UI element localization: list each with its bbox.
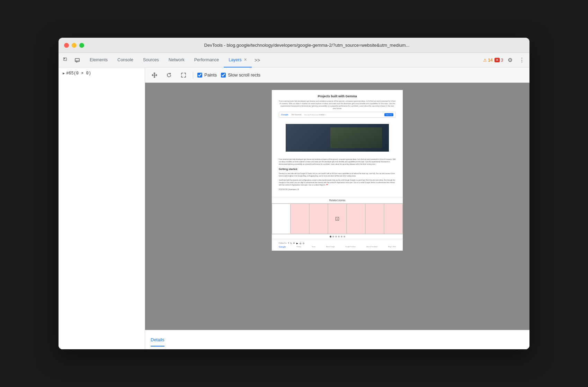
scroll-rect-6 [384, 204, 403, 234]
scroll-rects-row: ▸ [272, 203, 403, 234]
page-preview: Projects built with Gemma From external … [271, 90, 403, 251]
scroll-rect-1 [291, 204, 309, 234]
maximize-button[interactable] [79, 43, 84, 48]
keyword-label: The Keyword [291, 114, 301, 116]
scroll-rect-5 [365, 204, 384, 234]
fit-tool-button[interactable] [178, 70, 189, 80]
social-icon-2[interactable]: 𝕏 [290, 242, 292, 244]
body-text-2: Gemma is a new take with the Google AI S… [279, 173, 396, 178]
window-title: DevTools - blog.google/technology/develo… [90, 43, 524, 48]
tab-layers[interactable]: Layers ✕ [224, 53, 252, 68]
body-text-3: JavaScript build frameworks and configur… [279, 179, 396, 186]
footer-blog-link[interactable]: Blog © 2024 [388, 246, 396, 248]
footer-links: Google Privacy Terms About Google Google… [279, 246, 396, 248]
traffic-lights [64, 43, 84, 48]
page-heading: Projects built with Gemma [279, 94, 396, 99]
dot-1[interactable] [332, 236, 334, 237]
slow-scroll-checkbox-label[interactable]: Slow scroll rects [221, 72, 260, 78]
element-arrow: ▶ [63, 71, 65, 75]
footer-privacy[interactable]: Privacy [296, 246, 301, 248]
dot-4[interactable] [341, 236, 342, 237]
tab-icon-group [61, 55, 82, 65]
tab-elements[interactable]: Elements [85, 53, 113, 68]
google-logo: Google [281, 113, 288, 116]
error-badge[interactable]: ✕ 3 [495, 58, 503, 63]
dot-0[interactable] [330, 236, 331, 237]
svg-rect-0 [64, 58, 66, 61]
subscribe-button[interactable]: Subscribe [384, 113, 393, 117]
layers-toolbar: Paints Slow scroll rects [145, 68, 529, 83]
footer-help[interactable]: Ideas & Feedback [366, 246, 377, 248]
social-icon-5[interactable]: ◎ [300, 242, 301, 244]
google-keyword-bar: Google The Keyword Overview Product area… [279, 112, 396, 118]
error-icon: ✕ [495, 58, 500, 62]
scroll-rect-2 [309, 204, 328, 234]
close-button[interactable] [64, 43, 69, 48]
rotate-tool-button[interactable] [164, 70, 174, 80]
element-item[interactable]: ▶ #65(0 × 0) [61, 70, 142, 76]
layers-canvas[interactable]: Projects built with Gemma From external … [145, 83, 529, 330]
google-bar-left: Google The Keyword Overview Product area… [281, 113, 326, 116]
nav-items: Overview Product area GEMMA 2 v [304, 114, 326, 116]
dots-pagination [272, 234, 403, 239]
tab-bar: Elements Console Sources Network Perform… [59, 53, 529, 68]
settings-button[interactable]: ⚙ [505, 55, 515, 65]
page-body-content: From external tools help developers get … [272, 154, 403, 197]
social-icon-6[interactable]: ⊙ [303, 242, 304, 244]
tab-close-icon[interactable]: ✕ [244, 57, 247, 62]
element-tree-panel: ▶ #65(0 × 0) [59, 68, 145, 349]
scroll-rect-4 [347, 204, 365, 234]
move-tool-button[interactable] [149, 70, 160, 80]
tab-performance[interactable]: Performance [189, 53, 224, 68]
social-icon-3[interactable]: in [293, 242, 295, 244]
warning-badge[interactable]: ⚠ 14 [483, 58, 492, 63]
warning-icon: ⚠ [483, 58, 487, 63]
footer-label: Follow Us: [279, 242, 287, 244]
page-subtext: From external tools help developers get … [279, 100, 396, 110]
footer-terms[interactable]: Terms [312, 246, 315, 248]
tabbar-right: ⚠ 14 ✕ 3 ⚙ ⋮ [483, 55, 527, 65]
minimize-button[interactable] [72, 43, 77, 48]
devtools-window: DevTools - blog.google/technology/develo… [59, 38, 529, 349]
video-thumbnail: ▶ [286, 124, 389, 152]
paints-checkbox-label[interactable]: Paints [197, 72, 217, 78]
social-icon-4[interactable]: ▶ [296, 242, 298, 244]
tab-network[interactable]: Network [164, 53, 189, 68]
social-icon-1[interactable]: f [288, 242, 289, 244]
layers-panel: Paints Slow scroll rects Projects built … [145, 68, 529, 349]
footer-social-icons: Follow Us: f 𝕏 in ▶ ◎ ⊙ [279, 242, 396, 244]
titlebar: DevTools - blog.google/technology/develo… [59, 38, 529, 53]
device-toolbar-icon[interactable] [72, 55, 82, 65]
devtools-panel: Elements Console Sources Network Perform… [59, 53, 529, 349]
inspect-icon[interactable] [61, 55, 71, 65]
getting-started-heading: Getting started [279, 168, 396, 171]
paints-checkbox[interactable] [197, 73, 202, 78]
related-stories-label: Related stories [272, 197, 403, 203]
main-area: ▶ #65(0 × 0) [59, 68, 529, 349]
slow-scroll-checkbox[interactable] [221, 73, 226, 78]
posted-by: POSTED BY: Developers | AI [279, 189, 396, 191]
page-top-section: Projects built with Gemma From external … [272, 90, 403, 124]
video-person-silhouette [330, 127, 382, 148]
more-options-button[interactable]: ⋮ [517, 55, 527, 65]
page-footer: Follow Us: f 𝕏 in ▶ ◎ ⊙ Google Privacy [272, 239, 403, 251]
tab-console[interactable]: Console [113, 53, 138, 68]
toolbar-separator [193, 72, 193, 79]
details-panel: Details [145, 330, 529, 349]
tab-sources[interactable]: Sources [138, 53, 164, 68]
footer-about[interactable]: About Google [326, 246, 335, 248]
dot-3[interactable] [338, 236, 340, 237]
body-text-1: From external tools help developers get … [279, 159, 396, 165]
footer-products[interactable]: Google Products [345, 246, 356, 248]
scroll-rect-3: ▸ [328, 204, 347, 234]
details-tab[interactable]: Details [151, 333, 164, 346]
dot-2[interactable] [335, 236, 337, 237]
scroll-rect-0 [272, 204, 291, 234]
scroll-rect-marker: ▸ [336, 217, 339, 220]
footer-logo: Google [279, 246, 286, 248]
dot-5[interactable] [344, 236, 345, 237]
more-tabs-button[interactable]: >> [252, 57, 263, 63]
